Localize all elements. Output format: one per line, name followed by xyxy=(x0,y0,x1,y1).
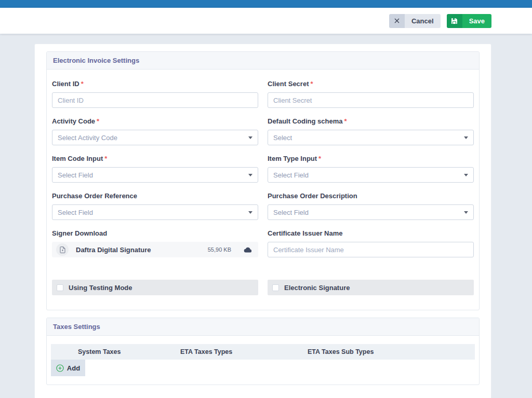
required-asterisk: * xyxy=(81,80,84,88)
taxes-table-header: System Taxes ETA Taxes Types ETA Taxes S… xyxy=(51,344,475,360)
taxes-settings-section: Taxes Settings System Taxes ETA Taxes Ty… xyxy=(46,318,480,385)
chevron-down-icon xyxy=(248,211,252,214)
select-value: Select Field xyxy=(273,171,309,179)
label-text: Signer Download xyxy=(52,229,107,237)
label-text: Item Type Input xyxy=(268,155,317,162)
client-secret-input[interactable] xyxy=(268,92,474,108)
activity-code-select[interactable]: Select Activity Code xyxy=(52,130,258,145)
signer-file-row: Daftra Digital Signature 55,90 KB xyxy=(52,242,258,257)
field-item-code-input: Item Code Input* Select Field xyxy=(52,155,258,183)
checkbox-icon[interactable] xyxy=(57,284,63,291)
field-label: Signer Download xyxy=(52,229,258,238)
checkbox-label: Using Testing Mode xyxy=(69,284,132,292)
item-type-input-select[interactable]: Select Field xyxy=(268,167,474,183)
select-value: Select Field xyxy=(58,209,93,216)
field-label: Client Secret* xyxy=(268,80,474,88)
field-label: Purchase Order Description xyxy=(268,192,474,200)
chevron-down-icon xyxy=(248,174,252,176)
field-label: Default Coding schema* xyxy=(268,117,474,126)
fields-grid: Client ID* Client Secret* Activity Code*… xyxy=(52,80,474,267)
required-asterisk: * xyxy=(104,155,107,162)
checkbox-icon[interactable] xyxy=(272,284,279,291)
column-eta-taxes-sub-types: ETA Taxes Sub Types xyxy=(308,348,475,355)
taxes-table: System Taxes ETA Taxes Types ETA Taxes S… xyxy=(47,336,479,385)
required-asterisk: * xyxy=(344,117,347,125)
field-default-coding-schema: Default Coding schema* Select xyxy=(268,117,474,145)
select-value: Select Field xyxy=(58,171,93,179)
add-tax-button[interactable]: Add xyxy=(51,360,85,376)
label-text: Certificate Issuer Name xyxy=(268,229,343,237)
add-button-label: Add xyxy=(67,364,80,372)
electronic-signature-toggle[interactable]: Electronic Signature xyxy=(268,280,474,295)
label-text: Default Coding schema xyxy=(268,117,342,125)
chevron-down-icon xyxy=(464,136,468,139)
required-asterisk: * xyxy=(318,155,321,162)
settings-card: Electronic Invoice Settings Client ID* C… xyxy=(34,44,491,398)
field-label: Item Type Input* xyxy=(268,155,474,163)
field-signer-download: Signer Download Daftra Digital Signature xyxy=(52,229,258,257)
item-code-input-select[interactable]: Select Field xyxy=(52,167,258,183)
label-text: Client Secret xyxy=(268,80,309,88)
label-text: Purchase Order Reference xyxy=(52,192,137,200)
label-text: Activity Code xyxy=(52,117,95,125)
x-icon xyxy=(389,14,405,28)
label-text: Purchase Order Description xyxy=(268,192,357,200)
select-value: Select xyxy=(273,134,292,142)
field-client-secret: Client Secret* xyxy=(268,80,474,108)
section-body: Client ID* Client Secret* Activity Code*… xyxy=(47,70,479,310)
purchase-order-description-select[interactable]: Select Field xyxy=(268,204,474,220)
section-title: Electronic Invoice Settings xyxy=(47,52,479,70)
client-id-input[interactable] xyxy=(52,92,258,108)
purchase-order-reference-select[interactable]: Select Field xyxy=(52,204,258,220)
field-label: Certificate Issuer Name xyxy=(268,229,474,238)
cancel-button-label: Cancel xyxy=(405,14,441,28)
field-purchase-order-description: Purchase Order Description Select Field xyxy=(268,192,474,220)
save-button-label: Save xyxy=(462,14,491,28)
default-coding-schema-select[interactable]: Select xyxy=(268,130,474,145)
column-eta-taxes-types: ETA Taxes Types xyxy=(153,348,308,355)
field-activity-code: Activity Code* Select Activity Code xyxy=(52,117,258,145)
field-client-id: Client ID* xyxy=(52,80,258,108)
page-content: Electronic Invoice Settings Client ID* C… xyxy=(0,34,532,398)
field-label: Purchase Order Reference xyxy=(52,192,258,200)
field-item-type-input: Item Type Input* Select Field xyxy=(268,155,474,183)
chevron-down-icon xyxy=(464,211,468,214)
cloud-download-icon[interactable] xyxy=(244,247,252,253)
required-asterisk: * xyxy=(97,117,99,125)
label-text: Client ID xyxy=(52,80,79,88)
file-size: 55,90 KB xyxy=(208,246,231,253)
select-value: Select Field xyxy=(273,209,309,216)
certificate-issuer-name-input[interactable] xyxy=(268,242,474,257)
checkbox-label: Electronic Signature xyxy=(284,284,350,292)
checkboxes-row: Using Testing Mode Electronic Signature xyxy=(52,280,474,295)
save-button[interactable]: Save xyxy=(447,14,491,28)
select-value: Select Activity Code xyxy=(58,134,117,142)
required-asterisk: * xyxy=(310,80,313,88)
chevron-down-icon xyxy=(464,174,468,176)
using-testing-mode-toggle[interactable]: Using Testing Mode xyxy=(52,280,258,295)
chevron-down-icon xyxy=(248,136,252,139)
action-bar: Cancel Save xyxy=(0,8,532,34)
field-label: Activity Code* xyxy=(52,117,258,126)
field-certificate-issuer-name: Certificate Issuer Name xyxy=(268,229,474,257)
document-icon xyxy=(56,243,69,256)
section-title: Taxes Settings xyxy=(47,318,479,336)
field-label: Client ID* xyxy=(52,80,258,88)
label-text: Item Code Input xyxy=(52,155,103,162)
floppy-save-icon xyxy=(447,14,462,28)
field-label: Item Code Input* xyxy=(52,155,258,163)
field-purchase-order-reference: Purchase Order Reference Select Field xyxy=(52,192,258,220)
column-system-taxes: System Taxes xyxy=(51,348,153,355)
electronic-invoice-settings-section: Electronic Invoice Settings Client ID* C… xyxy=(46,51,480,310)
cancel-button[interactable]: Cancel xyxy=(389,14,441,28)
plus-circle-icon xyxy=(56,364,64,372)
file-name: Daftra Digital Signature xyxy=(76,246,208,254)
top-accent-bar xyxy=(0,0,532,8)
